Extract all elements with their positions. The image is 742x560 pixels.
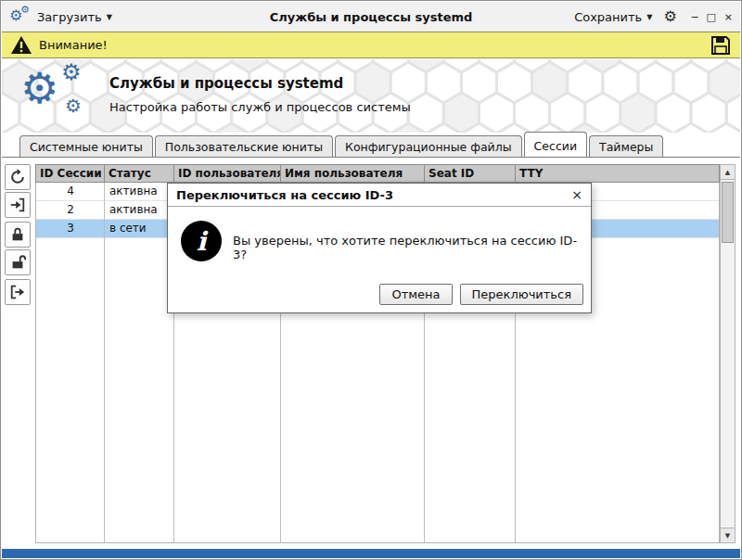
warning-text: Внимание! [39, 38, 108, 52]
unlock-icon [9, 254, 26, 271]
column-header-seat-id[interactable]: Seat ID [425, 165, 516, 182]
page-subtitle: Настройка работы служб и процессов систе… [109, 100, 411, 114]
close-button[interactable]: × [724, 12, 733, 22]
switch-session-dialog: Переключиться на сессию ID-3 × i Вы увер… [167, 183, 592, 313]
column-header-user-name[interactable]: Имя пользователя [281, 165, 425, 182]
column-header-status[interactable]: Статус [105, 165, 174, 182]
titlebar: ⚙ ⚙ Загрузить ▼ Службы и процессы system… [2, 2, 740, 32]
tab-user-units[interactable]: Пользовательские юниты [155, 135, 333, 157]
dialog-title: Переключиться на сессию ID-3 [176, 188, 393, 202]
page-title: Службы и процессы systemd [109, 75, 343, 92]
refresh-button[interactable] [5, 164, 31, 190]
cell-session-id: 3 [36, 220, 105, 237]
column-header-user-id[interactable]: ID пользователя [174, 165, 281, 182]
scrollbar-thumb[interactable] [722, 182, 734, 243]
table-header: ID Сессии Статус ID пользователя Имя пол… [35, 164, 720, 183]
gear-icon: ⚙ [65, 96, 82, 115]
refresh-icon [9, 169, 26, 185]
cell-status: активна [105, 183, 174, 200]
gear-icon: ⚙ [20, 5, 30, 15]
unlock-session-button[interactable] [5, 249, 31, 275]
login-arrow-icon [9, 197, 26, 213]
status-bar [2, 549, 740, 558]
tab-system-units[interactable]: Системные юниты [19, 135, 153, 157]
column-header-session-id[interactable]: ID Сессии [36, 165, 105, 182]
cell-session-id: 4 [36, 183, 105, 200]
minimize-button[interactable]: ─ [692, 12, 698, 22]
lock-icon [9, 226, 26, 243]
maximize-button[interactable]: □ [706, 12, 715, 22]
logout-arrow-icon [9, 284, 26, 300]
cell-session-id: 2 [36, 201, 105, 219]
settings-gear-icon[interactable]: ⚙ [663, 9, 676, 24]
cell-status: в сети [105, 220, 174, 237]
save-menu-button[interactable]: Сохранить ▼ [574, 10, 652, 24]
scroll-down-button[interactable]: ▼ [721, 528, 735, 542]
save-file-icon[interactable] [710, 35, 731, 56]
column-header-tty[interactable]: TTY [516, 165, 719, 182]
confirm-switch-button[interactable]: Переключиться [460, 284, 583, 305]
load-menu-label: Загрузить [37, 10, 102, 24]
page-header: ⚙ ⚙ ⚙ Службы и процессы systemd Настройк… [2, 59, 740, 133]
cell-status: активна [105, 201, 174, 219]
info-icon: i [181, 221, 222, 261]
chevron-down-icon: ▼ [107, 13, 112, 21]
switch-session-button[interactable] [5, 192, 31, 218]
dialog-message: Вы уверены, что хотите переключиться на … [233, 234, 582, 261]
tab-sessions[interactable]: Сессии [524, 132, 587, 157]
save-menu-label: Сохранить [574, 10, 642, 24]
tab-bar: Системные юниты Пользовательские юниты К… [19, 132, 665, 157]
scroll-up-button[interactable]: ▲ [721, 165, 735, 180]
gear-icon: ⚙ [20, 67, 58, 109]
dialog-titlebar: Переключиться на сессию ID-3 × [168, 184, 591, 207]
chevron-down-icon: ▼ [646, 13, 652, 21]
warning-triangle-icon [11, 36, 32, 54]
load-menu-button[interactable]: Загрузить ▼ [37, 10, 112, 24]
column-separator [104, 183, 105, 542]
hexagon-pattern [2, 59, 740, 133]
window-controls: ─ □ × [692, 12, 733, 22]
dialog-buttons: Отмена Переключиться [379, 284, 583, 305]
warning-bar: Внимание! [2, 32, 740, 58]
lock-session-button[interactable] [5, 222, 31, 248]
gears-logo-icon: ⚙ ⚙ ⚙ [17, 59, 106, 133]
terminate-session-button[interactable] [5, 279, 31, 305]
vertical-scrollbar[interactable]: ▲ ▼ [720, 164, 736, 543]
app-window: ⚙ ⚙ Загрузить ▼ Службы и процессы system… [0, 0, 742, 560]
app-gears-icon: ⚙ ⚙ [9, 6, 32, 27]
dialog-close-icon[interactable]: × [571, 187, 582, 202]
gear-icon: ⚙ [61, 61, 82, 83]
tab-timers[interactable]: Таймеры [589, 135, 663, 157]
tab-config-files[interactable]: Конфигурационные файлы [335, 135, 522, 157]
cancel-button[interactable]: Отмена [379, 284, 452, 305]
